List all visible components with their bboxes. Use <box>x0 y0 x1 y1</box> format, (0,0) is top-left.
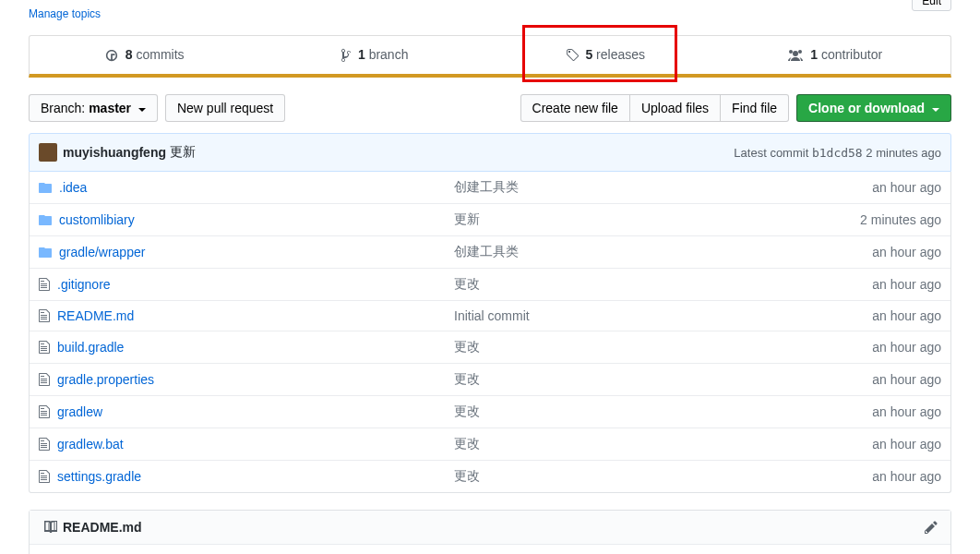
file-row: .idea创建工具类an hour ago <box>30 172 950 203</box>
directory-link[interactable]: customlibiary <box>59 212 135 227</box>
chevron-down-icon <box>138 108 146 112</box>
file-toolbar: Branch: master New pull request Create n… <box>29 94 951 122</box>
file-link[interactable]: gradle.properties <box>57 372 154 387</box>
file-age: an hour ago <box>812 437 941 452</box>
commit-message-cell[interactable]: Initial commit <box>454 308 812 323</box>
upload-files-button[interactable]: Upload files <box>629 94 721 122</box>
file-icon <box>39 308 50 323</box>
file-age: an hour ago <box>812 340 941 355</box>
latest-commit-prefix: Latest commit <box>734 146 808 160</box>
file-row: .gitignore更改an hour ago <box>30 268 950 300</box>
file-icon <box>39 404 50 419</box>
new-pull-request-button[interactable]: New pull request <box>165 94 285 122</box>
edit-button[interactable]: Edit <box>912 0 951 11</box>
commit-message-cell[interactable]: 更改 <box>454 371 812 388</box>
file-row: gradle.properties更改an hour ago <box>30 363 950 395</box>
file-link[interactable]: README.md <box>57 308 134 323</box>
people-icon <box>788 50 803 61</box>
latest-commit-bar: muyishuangfeng 更新 Latest commit b1dcd58 … <box>29 133 951 172</box>
branch-name: master <box>89 101 131 115</box>
file-age: an hour ago <box>812 277 941 292</box>
directory-link[interactable]: .idea <box>59 180 87 195</box>
chevron-down-icon <box>932 108 939 112</box>
commits-tab[interactable]: 8 commits <box>30 36 260 74</box>
commits-label: commits <box>136 47 184 62</box>
file-icon <box>39 469 50 484</box>
releases-label: releases <box>596 47 645 62</box>
file-age: an hour ago <box>812 308 941 323</box>
releases-count: 5 <box>585 47 592 62</box>
readme-box: README.md <box>29 510 951 554</box>
commit-message-cell[interactable]: 创建工具类 <box>454 179 812 196</box>
file-link[interactable]: gradlew.bat <box>57 437 124 452</box>
commit-message-cell[interactable]: 更改 <box>454 276 812 293</box>
commit-message-cell[interactable]: 更改 <box>454 468 812 485</box>
file-row: settings.gradle更改an hour ago <box>30 460 950 492</box>
file-row: README.mdInitial commitan hour ago <box>30 300 950 331</box>
commit-message-cell[interactable]: 更改 <box>454 436 812 452</box>
file-link[interactable]: .gitignore <box>57 277 111 292</box>
branch-prefix: Branch: <box>41 101 85 115</box>
history-icon <box>105 49 118 62</box>
commit-message-cell[interactable]: 创建工具类 <box>454 244 812 260</box>
file-age: an hour ago <box>812 245 941 259</box>
pencil-icon[interactable] <box>925 520 938 535</box>
file-age: 2 minutes ago <box>812 212 941 227</box>
branch-select-button[interactable]: Branch: master <box>29 94 158 122</box>
commit-message[interactable]: 更新 <box>170 144 196 161</box>
releases-tab[interactable]: 5 releases <box>490 36 721 74</box>
folder-icon <box>39 213 52 226</box>
commit-message-cell[interactable]: 更改 <box>454 403 812 420</box>
clone-download-button[interactable]: Clone or download <box>796 94 951 122</box>
file-age: an hour ago <box>812 404 941 419</box>
find-file-button[interactable]: Find file <box>720 94 789 122</box>
branch-icon <box>341 48 351 63</box>
file-icon <box>39 340 50 355</box>
contributors-tab[interactable]: 1 contributor <box>721 36 951 74</box>
branches-label: branch <box>369 47 409 62</box>
commit-author[interactable]: muyishuangfeng <box>63 145 166 160</box>
create-new-file-button[interactable]: Create new file <box>520 94 630 122</box>
branches-tab[interactable]: 1 branch <box>260 36 491 74</box>
clone-label: Clone or download <box>808 101 925 115</box>
file-icon <box>39 372 50 387</box>
path-suffix[interactable]: /wrapper <box>95 245 145 259</box>
commit-message-cell[interactable]: 更新 <box>454 211 812 228</box>
file-row: gradlew.bat更改an hour ago <box>30 428 950 460</box>
file-link[interactable]: settings.gradle <box>57 469 141 484</box>
contributors-label: contributor <box>821 47 882 62</box>
avatar[interactable] <box>39 143 57 162</box>
commit-message-cell[interactable]: 更改 <box>454 339 812 355</box>
book-icon <box>42 520 57 535</box>
manage-topics-link[interactable]: Manage topics <box>29 7 101 20</box>
file-row: gradlew更改an hour ago <box>30 395 950 428</box>
file-age: an hour ago <box>812 180 941 195</box>
readme-title: README.md <box>63 520 142 535</box>
directory-link[interactable]: gradle/wrapper <box>59 245 145 259</box>
folder-icon <box>39 181 52 194</box>
file-icon <box>39 437 50 452</box>
branches-count: 1 <box>358 47 365 62</box>
commits-count: 8 <box>125 47 133 62</box>
file-age: an hour ago <box>812 469 941 484</box>
file-row: build.gradle更改an hour ago <box>30 331 950 363</box>
commit-sha[interactable]: b1dcd58 <box>812 146 863 160</box>
commit-age: 2 minutes ago <box>866 146 941 160</box>
repo-stats-bar: 8 commits 1 branch 5 releases 1 contribu… <box>29 35 951 78</box>
file-link[interactable]: build.gradle <box>57 340 124 355</box>
folder-icon <box>39 246 52 259</box>
file-row: gradle/wrapper创建工具类an hour ago <box>30 235 950 268</box>
file-icon <box>39 277 50 292</box>
file-link[interactable]: gradlew <box>57 404 102 419</box>
file-row: customlibiary更新2 minutes ago <box>30 203 950 235</box>
file-age: an hour ago <box>812 372 941 387</box>
contributors-count: 1 <box>810 47 818 62</box>
tag-icon <box>566 48 579 63</box>
file-list: .idea创建工具类an hour agocustomlibiary更新2 mi… <box>29 172 951 493</box>
